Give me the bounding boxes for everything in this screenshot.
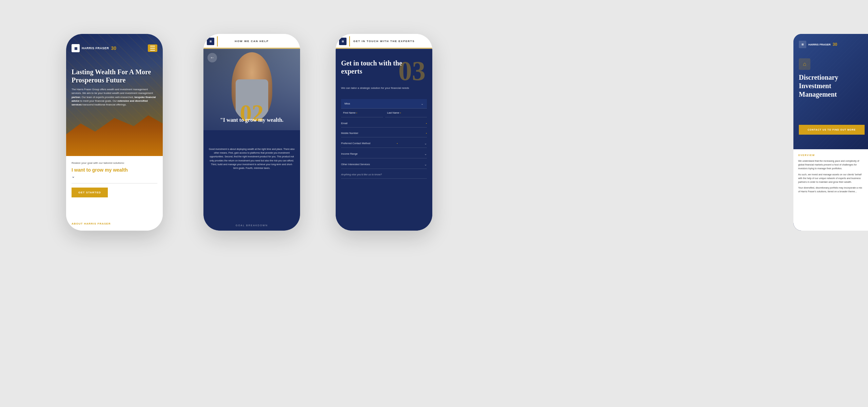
phone-4-partial: ▦ HARRIS FRASER 30 ⌂ Discretionary Inves… xyxy=(793,34,868,231)
phone2-logo-icon: ▦ xyxy=(207,38,214,45)
phone3-first-name-required: • xyxy=(356,111,357,114)
chevron-down-icon: ⌄ xyxy=(424,152,427,156)
chevron-down-icon: ⌄ xyxy=(424,141,427,145)
phone1-about-label[interactable]: ABOUT HARRIS FRASER xyxy=(72,222,111,225)
phone1-want-prefix: I want to xyxy=(72,167,91,173)
phone-1-hero: ▦ HARRIS FRASER 30 Lasting Wealth For A … xyxy=(66,34,163,231)
right-partial-overview-label: OVERVIEW xyxy=(798,154,863,156)
phone3-gold-line xyxy=(336,48,432,49)
phone1-realize-text: Realize your goal with our tailored solu… xyxy=(72,161,157,164)
menu-line-2 xyxy=(150,48,155,49)
phone2-description: Good investment is about deploying wealt… xyxy=(209,147,295,170)
phone3-logo: ▦ xyxy=(339,36,351,46)
phone2-logo: ▦ xyxy=(207,36,219,46)
phone2-logo-divider xyxy=(217,36,218,46)
phone3-email-label: Email xyxy=(341,122,348,125)
phone1-logo-text: HARRIS FRASER xyxy=(82,46,109,50)
right-partial-overview-text-3: Your diversified, discretionary portfoli… xyxy=(798,186,863,193)
phone1-logo-icon: ▦ xyxy=(72,44,80,52)
phone3-last-name-field[interactable]: Last Name • xyxy=(385,109,427,117)
right-partial-contact-button[interactable]: CONTACT US TO FIND OUT MORE xyxy=(799,125,865,135)
right-partial-overview: OVERVIEW We understand that the increasi… xyxy=(793,149,868,231)
phone3-form: Miss ⌄ First Name • Last Name • xyxy=(336,99,432,231)
right-partial-nav: ▦ HARRIS FRASER 30 xyxy=(799,41,863,48)
right-partial-title: Discretionary Investment Management xyxy=(799,73,865,99)
phone2-header-title: HOW WE CAN HELP xyxy=(235,40,269,43)
phone-2-screen: ▦ HOW WE CAN HELP ← 02 "I want to grow m… xyxy=(203,34,300,231)
phone3-preferred-contact-label: Preferred Contact Method xyxy=(341,142,370,145)
phone3-preferred-contact-required: • xyxy=(397,142,398,145)
right-partial-logo-text: HARRIS FRASER xyxy=(808,43,831,46)
phone3-logo-icon: ▦ xyxy=(339,38,347,45)
phone3-other-services-select[interactable]: Other Interested Services ⌄ xyxy=(341,160,427,169)
phone1-hero-section: ▦ HARRIS FRASER 30 Lasting Wealth For A … xyxy=(66,34,163,156)
phone3-salutation-select[interactable]: Miss ⌄ xyxy=(341,99,427,109)
phone1-bottom-section: Realize your goal with our tailored solu… xyxy=(66,156,163,231)
phone3-other-services-label: Other Interested Services xyxy=(341,163,370,166)
phone3-header: ▦ GET IN TOUCH WITH THE EXPERTS xyxy=(336,34,432,49)
phone1-divider xyxy=(72,183,157,183)
phone3-first-name-label: First Name xyxy=(343,111,356,114)
home-icon: ⌂ xyxy=(799,58,810,70)
chevron-down-icon: ⌄ xyxy=(72,174,157,179)
phone3-first-name-field[interactable]: First Name • xyxy=(341,109,383,117)
phone2-content: ← 02 "I want to grow my wealth. Good inv… xyxy=(203,49,300,231)
phone3-subtitle: We can tailor a strategic solution for y… xyxy=(341,86,427,90)
phone3-header-title: GET IN TOUCH WITH THE EXPERTS xyxy=(353,40,415,43)
phone1-menu-button[interactable] xyxy=(148,44,157,52)
phone3-income-range-select[interactable]: Income Range ⌄ xyxy=(341,150,427,158)
phone1-logo-30: 30 xyxy=(111,45,117,51)
phone1-want-highlight: grow my wealth xyxy=(92,167,128,173)
chevron-down-icon: ⌄ xyxy=(421,102,423,105)
phone3-anything-label: Anything else you'd like us to know? xyxy=(341,173,382,176)
phone3-email-field[interactable]: Email • xyxy=(341,119,427,128)
right-partial-logo-30: 30 xyxy=(833,42,837,47)
phone3-name-row: First Name • Last Name • xyxy=(341,109,427,117)
phone1-hero-title: Lasting Wealth For A More Prosperous Fut… xyxy=(72,68,157,84)
phone1-hero-content: Lasting Wealth For A More Prosperous Fut… xyxy=(72,68,157,106)
phone3-anything-field[interactable]: Anything else you'd like us to know? xyxy=(341,171,427,179)
right-partial-overview-text-2: As such, we invest and manage assets on … xyxy=(798,173,863,184)
phone3-logo-divider xyxy=(349,36,350,46)
phone3-last-name-required: • xyxy=(400,111,401,114)
phone3-last-name-label: Last Name xyxy=(387,111,399,114)
right-partial-logo-icon: ▦ xyxy=(799,41,806,48)
right-partial-overview-text-1: We understand that the increasing pace a… xyxy=(798,159,863,171)
phone3-salutation-value: Miss xyxy=(344,102,350,105)
phone2-quote: "I want to grow my wealth. xyxy=(209,117,295,124)
phone3-mobile-label: Mobile Number xyxy=(341,132,358,135)
phone3-email-required: • xyxy=(426,122,427,125)
phone1-hero-description: The Harris Fraser Group offers wealth an… xyxy=(72,88,157,106)
phone3-title: Get in touch with the experts xyxy=(341,59,405,75)
phone3-content: 03 Get in touch with the experts We can … xyxy=(336,49,432,231)
phone3-preferred-contact-select[interactable]: Preferred Contact Method • ⌄ xyxy=(341,139,427,148)
phone3-mobile-required: • xyxy=(426,132,427,135)
phone1-want-text: I want to grow my wealth xyxy=(72,167,157,173)
phone1-navbar: ▦ HARRIS FRASER 30 xyxy=(66,44,163,52)
phone-3-get-in-touch: ▦ GET IN TOUCH WITH THE EXPERTS 03 Get i… xyxy=(336,34,432,231)
phone3-mobile-field[interactable]: Mobile Number • xyxy=(341,129,427,137)
menu-line-1 xyxy=(150,46,155,46)
phone2-goal-label: GOAL BREAKDOWN xyxy=(203,224,300,227)
phone3-income-range-label: Income Range xyxy=(341,152,358,155)
phone2-back-button[interactable]: ← xyxy=(208,53,217,62)
menu-line-3 xyxy=(150,50,155,51)
phone2-header: ▦ HOW WE CAN HELP xyxy=(203,34,300,49)
phone1-get-started-button[interactable]: GET STARTED xyxy=(72,188,108,197)
phone1-logo: ▦ HARRIS FRASER 30 xyxy=(72,44,116,52)
phone-3-screen: ▦ GET IN TOUCH WITH THE EXPERTS 03 Get i… xyxy=(336,34,432,231)
phone2-gold-line xyxy=(203,48,300,49)
phone-1-screen: ▦ HARRIS FRASER 30 Lasting Wealth For A … xyxy=(66,34,163,231)
phone-2-how-we-can-help: ▦ HOW WE CAN HELP ← 02 "I want to grow m… xyxy=(203,34,300,231)
chevron-down-icon: ⌄ xyxy=(424,162,427,166)
